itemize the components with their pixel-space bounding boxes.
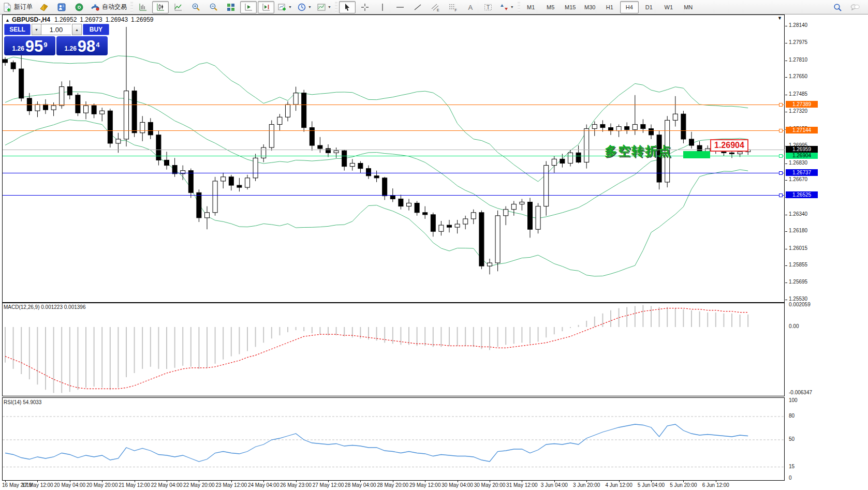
- trendline-button[interactable]: [409, 1, 426, 13]
- tf-m30-label: M30: [584, 4, 595, 10]
- volume-decrease-button[interactable]: ▼: [32, 24, 41, 35]
- shapes-button[interactable]: ▼: [497, 1, 516, 13]
- channel-icon: E: [431, 3, 440, 12]
- chat-button[interactable]: [847, 1, 863, 13]
- channel-button[interactable]: E: [427, 1, 444, 13]
- price-tick-label: 1.27650: [789, 73, 807, 79]
- caret-up-icon: ▲: [75, 28, 79, 32]
- time-axis-label: 31 May 12:00: [506, 482, 538, 488]
- tf-h4[interactable]: H4: [620, 1, 639, 13]
- data-window-button[interactable]: [53, 1, 70, 13]
- hline-icon: [395, 3, 405, 12]
- rsi-pane[interactable]: [0, 397, 785, 481]
- tf-h4-label: H4: [626, 4, 633, 10]
- rsi-axis-label: 100: [789, 397, 798, 403]
- price-tick: [785, 164, 787, 164]
- indicators-button[interactable]: ▼: [275, 1, 294, 13]
- toolbar-separator: [130, 2, 133, 12]
- volume-increase-button[interactable]: ▲: [72, 24, 82, 35]
- ohlc-low: 1.26943: [106, 16, 128, 23]
- tf-h1[interactable]: H1: [600, 1, 619, 13]
- level-anchor-handle[interactable]: [779, 129, 783, 132]
- macd-pane[interactable]: [0, 303, 785, 396]
- line-chart-button[interactable]: [170, 1, 186, 13]
- tline-icon: [413, 3, 422, 12]
- auto-scroll-button[interactable]: [240, 1, 257, 13]
- clock-icon: [297, 3, 306, 12]
- tf-m5[interactable]: M5: [541, 1, 560, 13]
- fibonacci-button[interactable]: F: [445, 1, 461, 13]
- symbol-collapse-icon[interactable]: ▲: [5, 18, 10, 23]
- tf-d1[interactable]: D1: [640, 1, 658, 13]
- price-tick: [785, 215, 787, 215]
- time-axis[interactable]: 16 May 201917 May 12:0020 May 04:0020 Ma…: [0, 481, 785, 490]
- label-button[interactable]: T: [480, 1, 496, 13]
- level-anchor-handle[interactable]: [779, 103, 783, 107]
- ohlc-close: 1.26959: [131, 16, 153, 23]
- svg-text:T: T: [487, 5, 490, 10]
- tf-m15-label: M15: [565, 4, 576, 10]
- price-tick-label: 1.26015: [789, 245, 807, 251]
- tf-m5-label: M5: [547, 4, 554, 10]
- tf-m15[interactable]: M15: [561, 1, 580, 13]
- tf-m30[interactable]: M30: [581, 1, 599, 13]
- price-tick-label: 1.26340: [789, 211, 807, 217]
- templates-button[interactable]: ▼: [315, 1, 333, 13]
- price-axis[interactable]: 1.281401.279751.278101.276501.274851.273…: [785, 14, 868, 481]
- periods-button[interactable]: ▼: [295, 1, 314, 13]
- navigator-button[interactable]: [71, 1, 87, 13]
- price-tick-label: 1.26830: [789, 160, 807, 166]
- toolbar: 新订单自动交易▼▼▼EFAT▼M1M5M15M30H1H4D1W1MN: [0, 0, 868, 14]
- price-tick: [785, 180, 787, 181]
- macd-axis-label: -0.006347: [789, 390, 812, 395]
- level-price-label: 1.26737: [786, 169, 818, 176]
- ohlc-open: 1.26952: [54, 16, 77, 23]
- chat-icon: [850, 3, 860, 12]
- price-tick: [785, 300, 787, 300]
- cursor-button[interactable]: [339, 1, 356, 13]
- candle-chart-button[interactable]: [152, 1, 169, 13]
- market-watch-button[interactable]: [36, 1, 52, 13]
- dropdown-caret-icon: ▼: [510, 5, 514, 9]
- auto-trading-button[interactable]: 自动交易: [89, 1, 129, 13]
- buy-price-display[interactable]: 1.26984: [56, 36, 108, 55]
- chart-shift-button[interactable]: [258, 1, 274, 13]
- bars-icon: [138, 3, 148, 12]
- tf-mn[interactable]: MN: [679, 1, 698, 13]
- svg-text:A: A: [468, 4, 473, 11]
- blue-window-icon: [57, 3, 66, 12]
- time-axis-label: 3 Jun 20:00: [573, 482, 600, 488]
- tile-windows-button[interactable]: [223, 1, 239, 13]
- bar-chart-button[interactable]: [135, 1, 151, 13]
- toolbar-separator: [518, 2, 520, 12]
- chart-window: ▲GBPUSD-,H41.269521.269731.269431.26959 …: [0, 0, 868, 490]
- level-anchor-handle[interactable]: [779, 171, 783, 175]
- axis-scale-marker-icon[interactable]: ▼: [777, 16, 782, 21]
- zoom-in-button[interactable]: [187, 1, 204, 13]
- sell-button[interactable]: SELL: [4, 24, 31, 35]
- search-button[interactable]: [829, 1, 846, 13]
- sell-price-big: 95: [25, 39, 43, 54]
- time-axis-label: 28 May 04:00: [345, 482, 376, 488]
- time-axis-label: 23 May 12:00: [215, 482, 247, 488]
- level-anchor-handle[interactable]: [779, 154, 783, 158]
- vline-icon: [378, 3, 387, 12]
- time-axis-label: 29 May 12:00: [409, 482, 441, 488]
- tf-w1[interactable]: W1: [659, 1, 678, 13]
- sell-price-display[interactable]: 1.26959: [4, 36, 55, 55]
- crosshair-button[interactable]: [357, 1, 373, 13]
- hline-button[interactable]: [392, 1, 408, 13]
- price-tick: [785, 26, 787, 26]
- auto-trade-icon: [91, 3, 100, 12]
- vline-button[interactable]: [374, 1, 391, 13]
- level-anchor-handle[interactable]: [779, 194, 783, 197]
- new-order-button[interactable]: 新订单: [1, 1, 35, 13]
- text-button[interactable]: A: [462, 1, 479, 13]
- tf-m1[interactable]: M1: [522, 1, 540, 13]
- volume-input[interactable]: 1.00: [41, 24, 71, 35]
- candles-icon: [156, 3, 165, 12]
- buy-button[interactable]: BUY: [83, 24, 109, 35]
- teal-disc-icon: [75, 3, 84, 12]
- zoom-out-button[interactable]: [205, 1, 222, 13]
- macd-indicator-label: MACD(12,26,9) 0.001223 0.001396: [4, 304, 85, 310]
